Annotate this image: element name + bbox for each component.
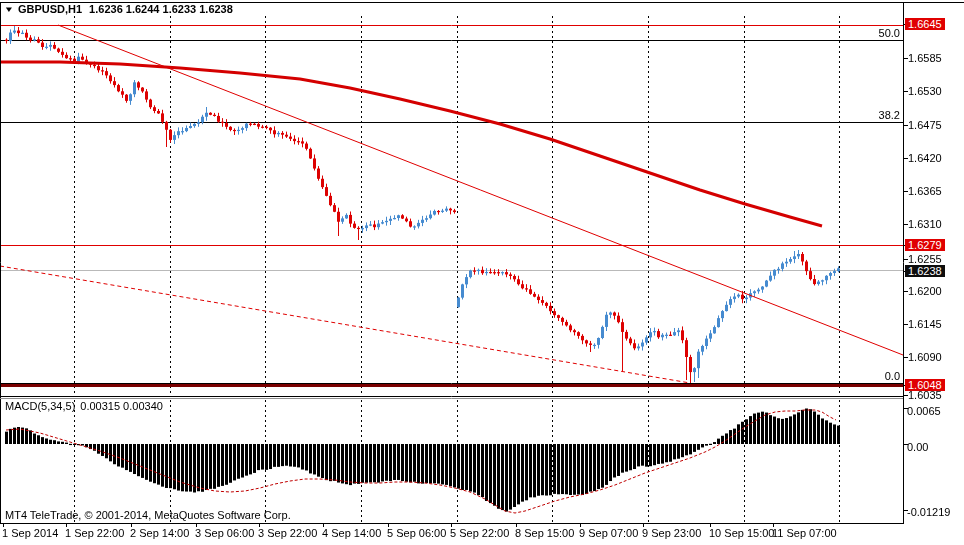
price-label: 1.6420	[908, 152, 942, 164]
chart-canvas[interactable]	[0, 0, 964, 545]
macd-scale-label: 0.0065	[907, 405, 941, 417]
price-label: 1.6279	[905, 239, 945, 251]
price-label: 1.6255	[908, 253, 942, 265]
time-label: 4 Sep 14:00	[322, 527, 381, 539]
time-label: 3 Sep 22:00	[258, 527, 317, 539]
price-label: 1.6200	[908, 285, 942, 297]
fib-level-label: 38.2	[879, 109, 900, 121]
chart-title: ▼GBPUSD,H11.6236 1.6244 1.6233 1.6238	[5, 3, 233, 15]
macd-indicator-label: MACD(5,34,5)0.00315 0.00340	[5, 400, 163, 412]
time-label: 1 Sep 22:00	[65, 527, 124, 539]
price-label: 1.6090	[908, 351, 942, 363]
chevron-down-icon[interactable]: ▼	[4, 5, 14, 14]
time-label: 9 Sep 23:00	[642, 527, 701, 539]
price-label: 1.6475	[908, 119, 942, 131]
time-label: 5 Sep 06:00	[387, 527, 446, 539]
price-label: 1.6035	[908, 389, 942, 401]
macd-values: 0.00315 0.00340	[80, 400, 163, 412]
price-label: 1.6365	[908, 185, 942, 197]
mt4-chart-window: ▼GBPUSD,H11.6236 1.6244 1.6233 1.6238 MA…	[0, 0, 964, 545]
macd-scale-label: -0.01219	[907, 506, 950, 518]
symbol-timeframe: GBPUSD,H1	[18, 3, 82, 15]
time-label: 9 Sep 07:00	[579, 527, 638, 539]
copyright-text: MT4 TeleTrade, © 2001-2014, MetaQuotes S…	[5, 509, 291, 521]
time-label: 3 Sep 06:00	[195, 527, 254, 539]
fib-level-label: 50.0	[879, 27, 900, 39]
price-label: 1.6310	[908, 218, 942, 230]
time-label: 2 Sep 14:00	[130, 527, 189, 539]
price-label: 1.6585	[908, 52, 942, 64]
macd-name: MACD(5,34,5)	[5, 400, 75, 412]
time-label: 8 Sep 15:00	[515, 527, 574, 539]
ohlc-values: 1.6236 1.6244 1.6233 1.6238	[89, 3, 233, 15]
time-label: 11 Sep 07:00	[772, 527, 837, 539]
time-label: 10 Sep 15:00	[709, 527, 774, 539]
price-label: 1.6530	[908, 85, 942, 97]
fib-level-label: 0.0	[885, 370, 900, 382]
time-label: 5 Sep 22:00	[450, 527, 509, 539]
price-label: 1.6145	[908, 318, 942, 330]
price-label: 1.6238	[905, 265, 945, 277]
time-label: 1 Sep 2014	[2, 527, 58, 539]
price-label: 1.6645	[905, 18, 945, 30]
macd-scale-label: 0.00	[907, 441, 928, 453]
